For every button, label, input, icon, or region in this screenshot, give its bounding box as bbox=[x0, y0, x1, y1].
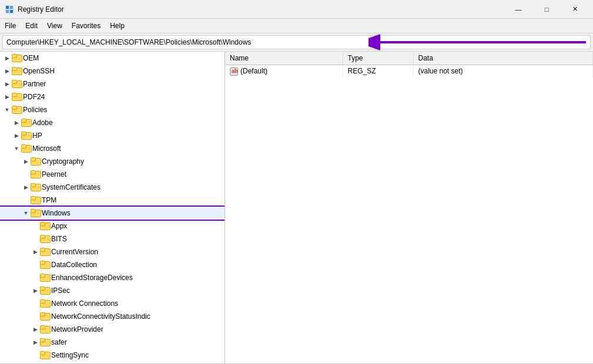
expander-ipsec[interactable] bbox=[31, 286, 40, 295]
tree-node-pdf24[interactable]: PDF24 bbox=[0, 90, 225, 103]
menu-item-edit[interactable]: Edit bbox=[21, 20, 42, 32]
node-label-bits: BITS bbox=[51, 235, 67, 243]
node-label-windows: Windows bbox=[42, 209, 71, 217]
tree-node-safer[interactable]: safer bbox=[0, 336, 225, 349]
menu-item-favorites[interactable]: Favorites bbox=[67, 20, 105, 32]
folder-icon-adobe bbox=[21, 119, 31, 127]
menu-item-file[interactable]: File bbox=[0, 20, 21, 32]
node-label-netprovider: NetworkProvider bbox=[51, 325, 103, 333]
tree-node-microsoft[interactable]: Microsoft bbox=[0, 142, 225, 155]
node-label-enhancedstorage: EnhancedStorageDevices bbox=[51, 274, 133, 282]
tree-node-currentversion[interactable]: CurrentVersion bbox=[0, 245, 225, 258]
tree-node-hp[interactable]: HP bbox=[0, 129, 225, 142]
node-label-pdf24: PDF24 bbox=[23, 93, 45, 101]
node-label-openssh: OpenSSH bbox=[23, 67, 55, 75]
expander-partner[interactable] bbox=[2, 79, 12, 89]
folder-icon-systemcerts bbox=[31, 183, 40, 191]
minimize-button[interactable]: — bbox=[505, 4, 532, 15]
tree-node-appx[interactable]: Appx bbox=[0, 220, 225, 232]
title-bar-text: Registry Editor bbox=[18, 5, 505, 14]
tree-node-settingsync[interactable]: SettingSync bbox=[0, 349, 225, 362]
node-label-datacollection: DataCollection bbox=[51, 261, 97, 269]
node-label-ipsec: IPSec bbox=[51, 287, 70, 295]
folder-icon-peernet bbox=[31, 170, 40, 178]
tree-node-partner[interactable]: Partner bbox=[0, 77, 225, 90]
tree-node-policies[interactable]: Policies bbox=[0, 103, 225, 116]
node-label-tpm: TPM bbox=[42, 196, 56, 204]
expander-currentversion[interactable] bbox=[31, 247, 40, 257]
node-label-adobe: Adobe bbox=[32, 119, 53, 127]
node-label-settingsync: SettingSync bbox=[51, 351, 89, 359]
folder-icon-netconnstatus bbox=[40, 312, 49, 321]
tree-node-bits[interactable]: BITS bbox=[0, 232, 225, 245]
folder-icon-hp bbox=[21, 132, 31, 140]
expander-policies[interactable] bbox=[2, 105, 12, 114]
tree-node-netconn[interactable]: Network Connections bbox=[0, 297, 225, 310]
expander-adobe[interactable] bbox=[12, 118, 21, 127]
node-label-safer: safer bbox=[51, 338, 67, 346]
tree-node-datacollection[interactable]: DataCollection bbox=[0, 258, 225, 271]
node-label-policies: Policies bbox=[23, 106, 47, 114]
tree-node-tpm[interactable]: TPM bbox=[0, 194, 225, 207]
folder-icon-partner bbox=[12, 80, 21, 88]
folder-icon-openssh bbox=[12, 67, 21, 75]
tree-node-netconnstatus[interactable]: NetworkConnectivityStatusIndic bbox=[0, 310, 225, 323]
tree-node-systemcerts[interactable]: SystemCertificates bbox=[0, 181, 225, 194]
node-label-microsoft: Microsoft bbox=[32, 144, 61, 153]
node-label-systemcerts: SystemCertificates bbox=[42, 183, 100, 191]
close-button[interactable]: ✕ bbox=[561, 4, 588, 15]
menu-bar: FileEditViewFavoritesHelp bbox=[0, 19, 593, 33]
app-icon bbox=[5, 5, 14, 14]
main-area: OEMOpenSSHPartnerPDF24PoliciesAdobeHPMic… bbox=[0, 51, 593, 363]
col-data: Data bbox=[413, 52, 593, 65]
tree-node-oem[interactable]: OEM bbox=[0, 52, 225, 65]
svg-rect-2 bbox=[10, 6, 13, 9]
tree-node-peernet[interactable]: Peernet bbox=[0, 168, 225, 181]
expander-microsoft[interactable] bbox=[12, 144, 21, 153]
expander-oem[interactable] bbox=[2, 53, 12, 63]
registry-table: Name Type Data ab(Default)REG_SZ(value n… bbox=[225, 52, 593, 77]
folder-icon-pdf24 bbox=[12, 93, 21, 101]
ab-icon: ab bbox=[230, 68, 238, 76]
node-label-peernet: Peernet bbox=[42, 170, 66, 178]
tree-node-ipsec[interactable]: IPSec bbox=[0, 284, 225, 297]
svg-rect-4 bbox=[10, 10, 13, 13]
expander-windows[interactable] bbox=[21, 208, 31, 218]
folder-icon-bits bbox=[40, 235, 49, 243]
table-row[interactable]: ab(Default)REG_SZ(value not set) bbox=[225, 65, 593, 77]
expander-openssh[interactable] bbox=[2, 66, 12, 76]
expander-systemcerts[interactable] bbox=[21, 183, 31, 192]
title-bar-controls: — □ ✕ bbox=[505, 4, 588, 15]
tree-node-windows[interactable]: Windows bbox=[0, 207, 225, 220]
menu-item-view[interactable]: View bbox=[42, 20, 67, 32]
tree-node-openssh[interactable]: OpenSSH bbox=[0, 65, 225, 77]
folder-icon-ipsec bbox=[40, 287, 49, 295]
expander-hp[interactable] bbox=[12, 131, 21, 140]
folder-icon-datacollection bbox=[40, 261, 49, 269]
folder-icon-currentversion bbox=[40, 248, 49, 256]
restore-button[interactable]: □ bbox=[533, 4, 560, 15]
col-name: Name bbox=[225, 52, 343, 65]
expander-cryptography[interactable] bbox=[21, 157, 31, 166]
title-bar: Registry Editor — □ ✕ bbox=[0, 0, 593, 19]
folder-icon-enhancedstorage bbox=[40, 274, 49, 282]
address-bar: Computer\HKEY_LOCAL_MACHINE\SOFTWARE\Pol… bbox=[2, 35, 591, 49]
expander-pdf24[interactable] bbox=[2, 92, 12, 102]
expander-safer[interactable] bbox=[31, 338, 40, 347]
folder-icon-safer bbox=[40, 338, 49, 346]
expander-netprovider[interactable] bbox=[31, 325, 40, 334]
tree-node-adobe[interactable]: Adobe bbox=[0, 116, 225, 129]
node-label-currentversion: CurrentVersion bbox=[51, 248, 98, 256]
folder-icon-cryptography bbox=[31, 157, 40, 166]
tree-node-enhancedstorage[interactable]: EnhancedStorageDevices bbox=[0, 271, 225, 284]
tree-panel[interactable]: OEMOpenSSHPartnerPDF24PoliciesAdobeHPMic… bbox=[0, 52, 225, 363]
node-label-oem: OEM bbox=[23, 54, 39, 62]
tree-node-netprovider[interactable]: NetworkProvider bbox=[0, 323, 225, 336]
node-label-cryptography: Cryptography bbox=[42, 157, 84, 166]
right-panel: Name Type Data ab(Default)REG_SZ(value n… bbox=[225, 52, 593, 363]
node-label-netconnstatus: NetworkConnectivityStatusIndic bbox=[51, 312, 150, 321]
col-type: Type bbox=[343, 52, 413, 65]
folder-icon-windows bbox=[31, 209, 40, 217]
menu-item-help[interactable]: Help bbox=[105, 20, 129, 32]
tree-node-cryptography[interactable]: Cryptography bbox=[0, 155, 225, 168]
